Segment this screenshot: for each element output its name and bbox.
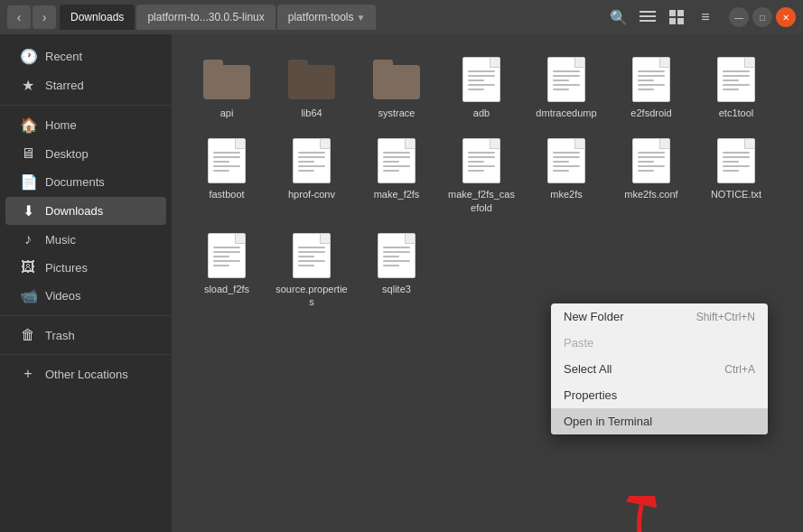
file-label: source.properties bbox=[275, 283, 348, 309]
doc-icon-source-properties bbox=[288, 232, 335, 279]
svg-rect-5 bbox=[669, 18, 676, 24]
sidebar-item-documents[interactable]: 📄 Documents bbox=[5, 168, 166, 196]
sidebar-divider-1 bbox=[0, 105, 172, 106]
pictures-icon: 🖼 bbox=[20, 259, 36, 275]
svg-rect-2 bbox=[640, 20, 656, 22]
list-item[interactable]: make_f2fs bbox=[356, 130, 437, 221]
sidebar-item-desktop[interactable]: 🖥 Desktop bbox=[5, 140, 166, 167]
doc-icon-mke2fs bbox=[543, 137, 590, 184]
file-label: mke2fs bbox=[550, 188, 582, 201]
back-button[interactable]: ‹ bbox=[7, 5, 31, 29]
sidebar-item-downloads[interactable]: ⬇ Downloads bbox=[5, 197, 166, 225]
tab-platform-tools[interactable]: platform-tools ▼ bbox=[277, 5, 377, 30]
sidebar-item-pictures[interactable]: 🖼 Pictures bbox=[5, 254, 166, 281]
doc-icon-etc1tool bbox=[713, 56, 760, 103]
list-item[interactable]: systrace bbox=[356, 49, 437, 126]
menu-button[interactable]: ≡ bbox=[693, 5, 718, 30]
list-item[interactable]: sqlite3 bbox=[356, 225, 437, 316]
starred-icon: ★ bbox=[20, 77, 36, 94]
view-toggle-button[interactable] bbox=[664, 5, 689, 30]
sidebar-item-starred[interactable]: ★ Starred bbox=[5, 71, 166, 99]
list-item[interactable]: e2fsdroid bbox=[611, 49, 692, 126]
close-button[interactable]: ✕ bbox=[776, 7, 796, 27]
list-item[interactable]: sload_f2fs bbox=[186, 225, 267, 316]
list-item[interactable]: lib64 bbox=[271, 49, 352, 126]
list-view-icon bbox=[640, 11, 656, 23]
downloads-icon: ⬇ bbox=[20, 202, 36, 219]
context-menu-paste[interactable]: Paste bbox=[551, 330, 768, 356]
minimize-button[interactable]: — bbox=[729, 7, 749, 27]
arrow-svg bbox=[614, 496, 677, 532]
file-label: fastboot bbox=[209, 188, 244, 201]
sidebar-divider-2 bbox=[0, 315, 172, 316]
doc-icon-make-f2fs bbox=[373, 137, 420, 184]
context-menu-open-terminal[interactable]: Open in Terminal bbox=[551, 408, 768, 434]
titlebar: ‹ › Downloads platform-to...30.0.5-linux… bbox=[0, 0, 803, 34]
context-menu: New Folder Shift+Ctrl+N Paste Select All… bbox=[551, 303, 768, 434]
file-label: sqlite3 bbox=[382, 283, 411, 295]
list-item[interactable]: hprof-conv bbox=[271, 130, 352, 221]
music-icon: ♪ bbox=[20, 231, 36, 247]
list-item[interactable]: api bbox=[186, 49, 267, 126]
titlebar-actions: 🔍 ≡ — □ ✕ bbox=[606, 5, 796, 30]
context-menu-properties[interactable]: Properties bbox=[551, 382, 768, 408]
file-label: etc1tool bbox=[719, 107, 754, 119]
desktop-icon: 🖥 bbox=[20, 145, 36, 162]
doc-icon-sqlite3 bbox=[373, 232, 420, 279]
context-menu-new-folder[interactable]: New Folder Shift+Ctrl+N bbox=[551, 303, 768, 330]
list-item[interactable]: mke2fs bbox=[526, 130, 607, 221]
tab-downloads[interactable]: Downloads bbox=[60, 5, 135, 30]
list-item[interactable]: fastboot bbox=[186, 130, 267, 221]
list-item[interactable]: dmtracedump bbox=[526, 49, 607, 126]
file-label: adb bbox=[473, 107, 490, 119]
sidebar-item-trash[interactable]: 🗑 Trash bbox=[5, 322, 166, 349]
main-area: 🕐 Recent ★ Starred 🏠 Home 🖥 Desktop 📄 Do… bbox=[0, 34, 803, 532]
file-label: lib64 bbox=[301, 107, 322, 119]
context-menu-select-all[interactable]: Select All Ctrl+A bbox=[551, 356, 768, 382]
nav-buttons: ‹ › bbox=[7, 5, 56, 29]
doc-icon-fastboot bbox=[203, 137, 250, 184]
list-item[interactable]: NOTICE.txt bbox=[696, 130, 777, 221]
file-label: dmtracedump bbox=[536, 107, 596, 119]
file-label: mke2fs.conf bbox=[624, 188, 677, 201]
sidebar-item-home[interactable]: 🏠 Home bbox=[5, 111, 166, 139]
svg-rect-4 bbox=[677, 10, 684, 16]
list-item[interactable]: mke2fs.conf bbox=[611, 130, 692, 221]
list-item[interactable]: adb bbox=[441, 49, 522, 126]
file-label: systrace bbox=[378, 107, 416, 119]
list-item[interactable]: etc1tool bbox=[696, 49, 777, 126]
list-item[interactable]: source.properties bbox=[271, 225, 352, 316]
folder-icon-systrace bbox=[373, 56, 420, 103]
doc-icon-make-f2fs-casefold bbox=[458, 137, 505, 184]
sidebar-divider-3 bbox=[0, 354, 172, 355]
sidebar-item-other-locations[interactable]: + Other Locations bbox=[5, 360, 166, 387]
file-label: sload_f2fs bbox=[204, 283, 249, 295]
window-controls: — □ ✕ bbox=[729, 7, 796, 27]
file-grid: api lib64 systrace bbox=[186, 49, 789, 315]
view-list-button[interactable] bbox=[635, 5, 660, 30]
list-item[interactable]: make_f2fs_casefold bbox=[441, 130, 522, 221]
documents-icon: 📄 bbox=[20, 173, 36, 191]
recent-icon: 🕐 bbox=[20, 48, 36, 65]
tab-platform-tools-linux[interactable]: platform-to...30.0.5-linux bbox=[136, 5, 275, 30]
doc-icon-sload-f2fs bbox=[203, 232, 250, 279]
videos-icon: 📹 bbox=[20, 287, 36, 304]
doc-icon-e2fsdroid bbox=[628, 56, 675, 103]
file-label: e2fsdroid bbox=[630, 107, 671, 119]
sidebar-item-music[interactable]: ♪ Music bbox=[5, 226, 166, 253]
search-button[interactable]: 🔍 bbox=[606, 5, 631, 30]
forward-button[interactable]: › bbox=[33, 5, 56, 29]
folder-icon-api bbox=[203, 56, 250, 103]
sidebar: 🕐 Recent ★ Starred 🏠 Home 🖥 Desktop 📄 Do… bbox=[0, 34, 172, 532]
file-label: api bbox=[220, 107, 234, 119]
doc-icon-dmtracedump bbox=[543, 56, 590, 103]
file-label: make_f2fs bbox=[374, 188, 420, 201]
trash-icon: 🗑 bbox=[20, 327, 36, 343]
sidebar-item-videos[interactable]: 📹 Videos bbox=[5, 282, 166, 310]
home-icon: 🏠 bbox=[20, 117, 36, 134]
sidebar-item-recent[interactable]: 🕐 Recent bbox=[5, 42, 166, 70]
tab-dropdown-arrow: ▼ bbox=[356, 13, 365, 23]
maximize-button[interactable]: □ bbox=[752, 7, 772, 27]
file-label: hprof-conv bbox=[288, 188, 335, 201]
svg-rect-1 bbox=[640, 15, 656, 17]
